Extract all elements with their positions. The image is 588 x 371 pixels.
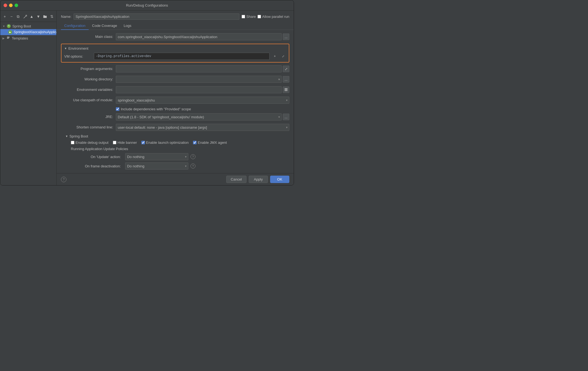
classpath-label: Use classpath of module: — [61, 97, 116, 102]
add-config-button[interactable]: + — [2, 13, 8, 19]
on-update-select-wrapper: Do nothing — [125, 153, 188, 160]
vm-options-expand-button[interactable]: ⤢ — [280, 53, 286, 59]
window-controls — [4, 4, 18, 7]
jre-browse-button[interactable]: ... — [283, 114, 289, 120]
svg-rect-0 — [285, 88, 288, 89]
main-class-browse-button[interactable]: ... — [283, 33, 289, 40]
classpath-row: Use classpath of module: springboot_xiao… — [61, 97, 289, 104]
footer-right: Cancel Apply OK — [226, 176, 289, 183]
spring-boot-label: Spring Boot — [69, 134, 88, 138]
env-vars-label: Environment variables: — [61, 86, 116, 92]
allow-parallel-checkbox[interactable] — [257, 15, 261, 18]
wrench-button[interactable] — [22, 13, 28, 19]
shorten-cmd-label: Shorten command line: — [61, 124, 116, 129]
tabs-bar: Configuration Code Coverage Logs — [57, 22, 294, 30]
on-update-row: On 'Update' action: Do nothing ? — [71, 153, 289, 160]
hide-banner-label: Hide banner — [113, 140, 137, 145]
enable-launch-label: Enable launch optimization — [141, 140, 189, 145]
tab-configuration[interactable]: Configuration — [61, 22, 89, 30]
on-frame-select-wrapper: Do nothing — [125, 162, 188, 170]
vm-options-input[interactable] — [94, 53, 270, 60]
on-update-help-icon[interactable]: ? — [191, 154, 195, 159]
enable-debug-checkbox[interactable] — [71, 141, 74, 144]
program-args-control: ⤢ — [116, 65, 289, 72]
sidebar: + − ⧉ ▲ ▼ ⇅ ▼ 🍃 Spring Boot — [0, 11, 57, 185]
jre-row: JRE: Default (1.8 - SDK of 'springboot_x… — [61, 113, 289, 121]
move-up-button[interactable]: ▲ — [29, 13, 35, 19]
name-row: Name: Share Allow parallel run — [57, 11, 294, 22]
spring-boot-header: ▼ Spring Boot — [65, 134, 289, 138]
collapse-arrow-icon: ▼ — [2, 25, 5, 28]
remove-config-button[interactable]: − — [9, 13, 15, 19]
update-policies-title: Running Application Update Policies — [71, 147, 289, 151]
program-args-row: Program arguments: ⤢ — [61, 65, 289, 73]
vm-options-add-button[interactable]: + — [272, 53, 278, 59]
minimize-button[interactable] — [9, 4, 13, 7]
on-frame-help-icon[interactable]: ? — [191, 164, 195, 168]
shorten-cmd-row: Shorten command line: user-local default… — [61, 124, 289, 131]
enable-jmx-label: Enable JMX agent — [193, 140, 227, 145]
main-class-input[interactable] — [116, 33, 282, 40]
window-title: Run/Debug Configurations — [126, 3, 168, 7]
tab-logs[interactable]: Logs — [120, 22, 135, 30]
environment-section-header: ▼ Environment — [64, 46, 286, 50]
env-vars-control — [116, 86, 289, 93]
help-button[interactable]: ? — [61, 177, 66, 182]
copy-config-button[interactable]: ⧉ — [15, 13, 21, 19]
include-deps-label: Include dependencies with "Provided" sco… — [121, 107, 191, 111]
sidebar-item-app[interactable]: ▶ SpringbootXiaocaijishuApplication — [0, 29, 56, 35]
include-deps-checkbox[interactable] — [116, 107, 119, 111]
sidebar-item-templates-group[interactable]: ▶ Templates — [0, 35, 56, 41]
on-frame-row: On frame deactivation: Do nothing ? — [71, 162, 289, 170]
working-dir-row: Working directory: ▾ ... — [61, 76, 289, 83]
vm-options-row: VM options: + ⤢ — [64, 53, 286, 60]
move-down-button[interactable]: ▼ — [36, 13, 41, 19]
on-update-label: On 'Update' action: — [71, 155, 123, 159]
spring-section-arrow-icon: ▼ — [65, 135, 68, 138]
update-policies: Running Application Update Policies On '… — [71, 147, 289, 170]
expand-arrow-icon: ▶ — [2, 37, 5, 40]
title-bar: Run/Debug Configurations — [0, 0, 294, 11]
working-dir-browse-button[interactable]: ... — [283, 76, 289, 83]
svg-rect-1 — [285, 89, 288, 90]
environment-section: ▼ Environment VM options: + ⤢ — [61, 44, 289, 63]
env-vars-browse-button[interactable] — [283, 86, 289, 93]
name-field-label: Name: — [61, 15, 71, 19]
on-frame-label: On frame deactivation: — [71, 164, 123, 168]
program-args-input[interactable] — [116, 65, 282, 72]
hide-banner-checkbox[interactable] — [113, 141, 116, 144]
name-field-input[interactable] — [74, 13, 239, 20]
enable-jmx-checkbox[interactable] — [193, 141, 197, 144]
cancel-button[interactable]: Cancel — [226, 176, 247, 183]
apply-button[interactable]: Apply — [249, 176, 268, 183]
run-icon: ▶ — [8, 30, 12, 34]
env-section-label: Environment — [68, 46, 88, 50]
enable-launch-checkbox[interactable] — [141, 141, 145, 144]
sidebar-toolbar: + − ⧉ ▲ ▼ ⇅ — [0, 12, 56, 22]
on-update-select[interactable]: Do nothing — [125, 153, 188, 160]
ok-button[interactable]: OK — [270, 176, 289, 183]
close-button[interactable] — [4, 4, 7, 7]
top-options: Share Allow parallel run — [242, 15, 289, 19]
shorten-cmd-select[interactable]: user-local default: none - java [options… — [116, 124, 289, 131]
share-checkbox[interactable] — [242, 15, 245, 18]
templates-icon — [6, 36, 10, 40]
jre-control: Default (1.8 - SDK of 'springboot_xiaoca… — [116, 113, 289, 120]
share-label: Share — [242, 15, 256, 19]
folder-button[interactable] — [42, 13, 48, 19]
jre-label: JRE: — [61, 113, 116, 119]
on-frame-select[interactable]: Do nothing — [125, 162, 188, 170]
env-vars-input[interactable] — [116, 86, 282, 93]
maximize-button[interactable] — [15, 4, 18, 7]
program-args-expand-button[interactable]: ⤢ — [283, 66, 289, 72]
jre-select[interactable]: Default (1.8 - SDK of 'springboot_xiaoca… — [116, 113, 282, 120]
tab-code-coverage[interactable]: Code Coverage — [89, 22, 120, 30]
program-args-label: Program arguments: — [61, 65, 116, 71]
working-dir-control: ▾ ... — [116, 76, 289, 83]
working-dir-input[interactable] — [116, 76, 282, 83]
classpath-select[interactable]: springboot_xiaocaijishu — [116, 97, 289, 104]
sidebar-templates-label: Templates — [12, 36, 28, 40]
sort-button[interactable]: ⇅ — [49, 13, 55, 19]
sidebar-item-springboot-group[interactable]: ▼ 🍃 Spring Boot — [0, 23, 56, 29]
main-class-control: ... — [116, 33, 289, 40]
